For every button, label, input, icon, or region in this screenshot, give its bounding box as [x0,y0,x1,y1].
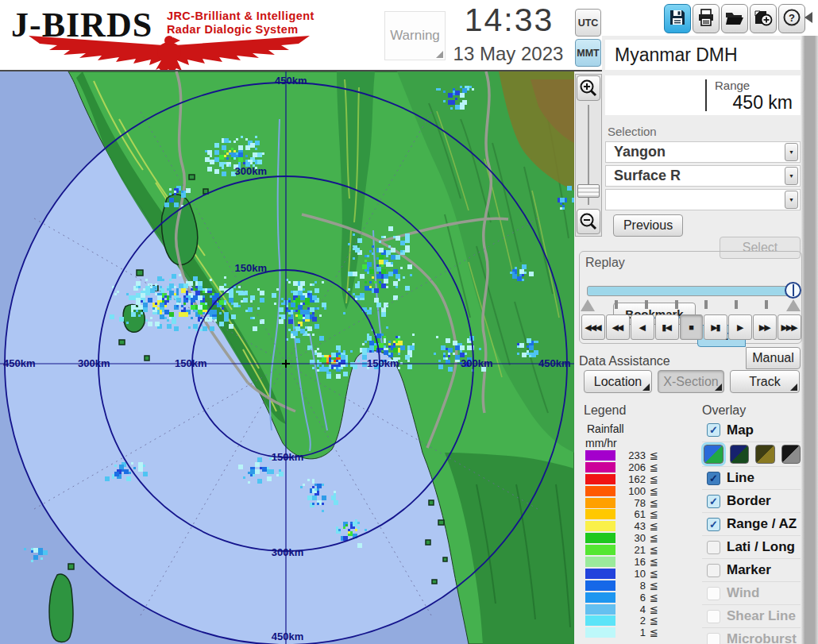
site-dropdown[interactable]: Yangon ▼ [605,141,801,163]
legend-row: 162≦ [585,474,665,484]
slider-end-marker-icon[interactable] [786,299,801,311]
utc-button[interactable]: UTC [575,9,601,37]
print-button[interactable] [693,4,720,33]
save-button[interactable] [664,4,691,33]
fast-forward-3-button[interactable]: ▶▶▶ [777,314,801,340]
step-back-button[interactable]: ▮◀ [655,314,679,340]
previous-button[interactable]: Previous [613,214,683,237]
radar-map[interactable]: 450km300km150km150km300km450km450km300km… [0,71,574,644]
zoom-out-icon [579,212,598,231]
chevron-down-icon[interactable]: ▼ [785,143,798,161]
x-section-button[interactable]: X-Section [658,370,724,393]
checkbox[interactable]: ✓ [707,495,720,508]
slider-start-marker-icon[interactable] [581,299,595,311]
chevron-down-icon[interactable]: ▼ [785,191,798,209]
button-label: X-Section [663,375,718,389]
range-label: 450km [275,75,307,87]
overlay-item-wind[interactable]: Wind [702,581,801,604]
checkbox[interactable] [707,587,720,600]
step-forward-button[interactable]: ▶▮ [704,314,727,340]
legend-operator: ≦ [646,580,658,592]
legend-row: 61≦ [585,509,665,519]
manual-mode-button[interactable]: Manual [746,347,801,369]
overlay-label: Overlay [702,403,746,418]
overlay-item-microburst[interactable]: Microburst [702,627,801,644]
location-button[interactable]: Location [584,370,652,393]
legend-title: Rainfall [587,422,624,435]
legend-value: 8 [615,580,646,592]
open-folder-button[interactable] [721,4,748,33]
chevron-down-icon[interactable]: ▼ [785,167,798,185]
overlay-item-border[interactable]: ✓Border [702,489,801,512]
legend-value: 206 [615,461,646,473]
legend-value: 21 [615,544,646,556]
checkbox[interactable]: ✓ [707,423,720,437]
range-divider [705,79,707,111]
product-dropdown[interactable]: Surface R ▼ [605,165,801,187]
legend-value: 10 [615,568,646,580]
add-image-icon [753,8,774,30]
map-style-4[interactable] [781,445,801,464]
overlay-item-label: Range / AZ [727,516,797,532]
dropdown-corner-icon [642,384,650,391]
map-style-3[interactable] [755,445,775,464]
help-button[interactable]: ? [778,4,805,33]
legend-color-swatch [585,580,615,591]
legend-value: 1 [615,627,646,638]
data-assistance-buttons: LocationX-SectionTrack [584,370,802,393]
replay-slider-thumb[interactable] [785,282,801,299]
slider-tick [735,300,738,309]
print-icon [696,8,716,30]
zoom-out-button[interactable] [577,209,600,234]
window-scroll-strip[interactable] [801,36,818,644]
legend-row: 16≦ [585,557,665,567]
overlay-item-marker[interactable]: Marker [702,558,801,581]
mmt-button[interactable]: MMT [575,39,601,67]
overlay-item-lati-long[interactable]: Lati / Long [702,535,801,558]
legend-operator: ≦ [646,615,658,627]
button-label: Track [749,375,780,389]
range-label: 450km [538,357,570,369]
checkbox[interactable]: ✓ [707,472,720,485]
track-button[interactable]: Track [730,370,800,393]
overlay-item-shear-line[interactable]: Shear Line [702,604,801,627]
checkbox[interactable] [707,633,720,644]
replay-slider-track[interactable] [587,286,800,296]
forward-button[interactable]: ▶▶ [753,314,777,340]
overlay-item-map[interactable]: ✓Map [702,418,801,442]
add-image-button[interactable] [750,4,777,33]
slider-tick [704,300,708,309]
rewind-button[interactable]: ◀◀ [606,314,630,340]
range-label: 450km [3,357,35,369]
legend-value: 162 [615,473,646,485]
legend-color-swatch [585,627,615,638]
checkbox[interactable]: ✓ [707,518,720,531]
overlay-item-line[interactable]: ✓Line [702,466,801,489]
legend-label: Legend [584,403,626,418]
stop-button[interactable]: ■ [680,314,704,340]
checkbox[interactable] [707,541,720,554]
checkbox[interactable] [707,610,720,623]
option-dropdown[interactable]: ▼ [605,189,801,210]
legend-operator: ≦ [646,508,658,520]
map-style-1[interactable] [704,445,723,464]
legend-color-swatch [585,545,615,555]
overlay-item-range-az[interactable]: ✓Range / AZ [702,512,801,535]
legend-color-swatch [585,533,615,543]
legend-operator: ≦ [646,627,658,638]
product-dropdown-value: Surface R [606,168,785,184]
toolbar: ? [664,4,807,34]
legend-operator: ≦ [646,449,658,461]
play-backward-button[interactable]: ◀ [631,314,654,340]
legend-color-swatch [585,450,615,461]
zoom-in-button[interactable] [577,75,600,101]
checkbox[interactable] [707,564,720,577]
play-button[interactable]: ▶ [728,314,752,340]
collapse-panel-arrow-icon[interactable] [804,12,812,23]
legend-operator: ≦ [646,520,658,532]
data-assistance-label: Data Assistance [579,354,670,368]
zoom-slider-thumb[interactable] [577,184,600,198]
fast-rewind-3-button[interactable]: ◀◀◀ [581,314,605,340]
warning-button[interactable]: Warning [384,11,446,60]
map-style-2[interactable] [730,445,750,464]
